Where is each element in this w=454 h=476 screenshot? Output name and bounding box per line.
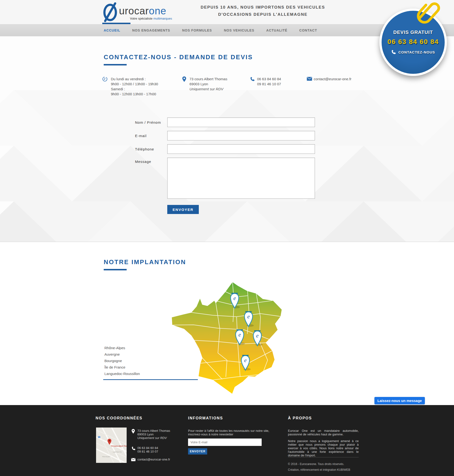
mini-map-label: 73 Cours Albert Thomas (111, 445, 127, 447)
phone-icon (391, 49, 396, 55)
send-button[interactable]: ENVOYER (167, 205, 199, 214)
section-divider (0, 242, 454, 242)
nav-item-formules[interactable]: NOS FORMULES (182, 29, 212, 32)
mail-icon (307, 77, 312, 82)
regions-list: Rhône-Alpes Auvergne Bourgogne Île de Fr… (104, 345, 140, 377)
copyright: © 2016 - Eurocareone. Tous droits réserv… (288, 462, 344, 466)
apropos-paragraph-2: Notre passion nous a logiquement amené à… (288, 439, 359, 457)
svg-text:e: e (234, 295, 236, 301)
footer-phones: 06 63 84 60 84 09 81 46 10 07 (137, 446, 158, 453)
france-map: e e e e e (165, 274, 297, 406)
slogan-line1: DEPUIS 10 ANS, NOUS IMPORTONS DES VEHICU… (196, 4, 330, 11)
nav-item-engagements[interactable]: NOS ENGAGEMENTS (132, 29, 170, 32)
footer-mail-icon (131, 458, 136, 462)
footer-apropos-title: À PROPOS (288, 416, 312, 420)
footer-coordonnees-title: NOS COORDONNÉES (96, 416, 142, 420)
phone-label: Téléphone (135, 147, 154, 151)
svg-text:e: e (256, 333, 259, 339)
badge-title: DEVIS GRATUIT (393, 30, 433, 35)
mini-map-sublabel2: Pôle Emploi (102, 456, 110, 457)
region-item: Rhône-Alpes (104, 345, 140, 351)
logo-tagline: Votre spécialiste multimarques (119, 17, 172, 20)
logo-text: urocar (119, 5, 149, 16)
message-field[interactable] (167, 158, 315, 199)
footer-divider (288, 457, 359, 457)
name-field[interactable] (167, 118, 315, 127)
footer-phone-icon (131, 446, 136, 451)
nav-item-accueil[interactable]: ACCUEIL (104, 29, 120, 32)
nav-item-vehicules[interactable]: NOS VEHICULES (224, 29, 254, 32)
region-item: Île de France (104, 364, 140, 371)
newsletter-text: Pour rester à l'affût de toutes les nouv… (188, 429, 269, 436)
chat-button[interactable]: Laissez-nous un message (374, 397, 425, 404)
contact-title: CONTACTEZ-NOUS - DEMANDE DE DEVIS (104, 53, 253, 61)
apropos-paragraph-1: Eurocar One est un mandataire automobile… (288, 429, 359, 436)
footer-address: 73 cours Albert Thomas 69003 Lyon Unique… (137, 429, 170, 440)
message-label: Message (135, 160, 151, 164)
svg-text:e: e (247, 313, 250, 320)
newsletter-send-button[interactable]: ENVOYER (188, 448, 207, 454)
page: { "header": { "logo_text_1": "urocar", "… (0, 0, 454, 476)
implantation-title-underline (104, 269, 127, 270)
email-label: E-mail (135, 134, 147, 138)
badge-cta[interactable]: CONTACTEZ-NOUS (391, 49, 435, 55)
badge-cta-label: CONTACTEZ-NOUS (398, 50, 435, 54)
region-item: Auvergne (104, 351, 140, 357)
svg-text:e: e (238, 332, 241, 338)
footer-mini-map[interactable]: 73 Cours Albert Thomas Lagrange City Pôl… (96, 428, 127, 464)
nav-item-contact[interactable]: CONTACT (299, 29, 317, 32)
mini-map-sublabel1: Lagrange City (113, 451, 122, 453)
email-field[interactable] (167, 131, 315, 141)
clock-icon (102, 76, 107, 83)
credits[interactable]: Création, référencement et intégration K… (288, 468, 350, 471)
footer-informations-title: INFORMATIONS (188, 416, 223, 420)
contact-email[interactable]: contact@eurocar-one.fr (314, 76, 351, 82)
logo-icon (103, 2, 118, 23)
slogan-line2: D'OCCASIONS DEPUIS L'ALLEMAGNE (196, 11, 330, 18)
implantation-title: NOTRE IMPLANTATION (104, 258, 186, 266)
region-item: Languedoc-Roussillon (104, 371, 140, 377)
phone-numbers: 06 63 84 60 84 09 81 46 10 07 (257, 76, 281, 86)
location-pin-icon (182, 76, 186, 83)
paperclip-icon (415, 0, 444, 28)
address-block: 73 cours Albert Thomas 69003 Lyon Unique… (189, 76, 227, 91)
opening-hours: Du lundi au vendredi : 9h00 - 12h00 / 13… (111, 76, 158, 97)
phone-icon (250, 76, 255, 82)
footer-email[interactable]: contact@eurocar-one.fr (137, 458, 170, 461)
nav-item-actualite[interactable]: ACTUALITÉ (266, 29, 287, 32)
region-item: Bourgogne (104, 357, 140, 364)
phone-field[interactable] (167, 144, 315, 154)
badge-phone[interactable]: 06 63 84 60 84 (388, 38, 439, 46)
name-label: Nom / Prénom (135, 120, 161, 124)
nav-items: ACCUEIL NOS ENGAGEMENTS NOS FORMULES NOS… (104, 24, 317, 36)
logo[interactable]: urocarone (119, 5, 166, 17)
svg-text:e: e (244, 357, 247, 363)
newsletter-email-input[interactable] (188, 439, 262, 446)
header-slogan: DEPUIS 10 ANS, NOUS IMPORTONS DES VEHICU… (196, 4, 330, 18)
logo-text-accent: one (149, 5, 166, 16)
contact-title-underline (104, 64, 127, 66)
footer-pin-icon (131, 429, 135, 435)
